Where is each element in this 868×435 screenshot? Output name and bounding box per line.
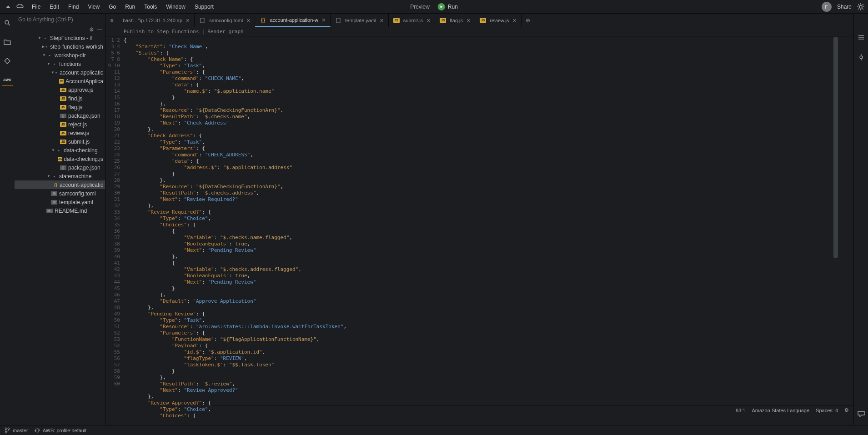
menu-run[interactable]: Run [120, 2, 140, 12]
collapse-icon[interactable] [4, 2, 13, 11]
tree-item[interactable]: {}package.json [15, 111, 105, 120]
js-icon: JS [60, 140, 66, 144]
aws-profile[interactable]: AWS: profile:default [35, 428, 87, 433]
menu-go[interactable]: Go [104, 2, 120, 12]
tab[interactable]: JSsubmit.js× [389, 14, 436, 27]
tree-item-label: data-checking [64, 147, 98, 154]
tab-label: template.yaml [345, 18, 376, 23]
publish-button[interactable]: Publish to Step Functions [124, 29, 199, 35]
tree-root[interactable]: ▼▪StepFunctions - /l [15, 34, 105, 42]
vertical-scrollbar[interactable] [833, 37, 838, 405]
svg-rect-14 [336, 18, 340, 23]
tab[interactable]: template.yaml× [331, 14, 389, 27]
search-icon[interactable] [2, 17, 13, 28]
debug-icon[interactable] [856, 52, 867, 63]
close-icon[interactable]: × [380, 17, 384, 24]
folder-icon: ▪ [45, 44, 48, 50]
indentation[interactable]: Spaces: 4 [816, 408, 838, 413]
render-graph-button[interactable]: Render graph [207, 29, 243, 35]
folder-icon: ▪ [42, 35, 48, 41]
code-content[interactable]: { "StartAt": "Check Name", "States": { "… [124, 36, 853, 425]
file-tree: ▼▪StepFunctions - /l▶▪step-functions-wor… [15, 34, 105, 425]
file-icon [199, 18, 206, 23]
menu-file[interactable]: File [27, 2, 45, 12]
tree-item-label: submit.js [68, 139, 90, 145]
svg-rect-13 [201, 18, 204, 23]
tree-item[interactable]: JSAccountApplica [15, 77, 105, 85]
tab-list-icon[interactable]: ≡ [105, 14, 118, 27]
tab[interactable]: {}account-application-w× [255, 14, 331, 27]
tree-item[interactable]: {}package.json [15, 163, 105, 172]
tree-item-label: data-checking.js [64, 156, 103, 162]
chat-icon[interactable] [856, 409, 867, 420]
tree-item[interactable]: JSdata-checking.js [15, 155, 105, 163]
code-editor[interactable]: 1 2 3 4 5 6 7 8 9 10 11 12 13 14 15 16 1… [105, 36, 853, 425]
svg-point-22 [8, 428, 10, 430]
menu-tools[interactable]: Tools [140, 2, 161, 12]
close-icon[interactable]: × [426, 17, 430, 24]
sidebar: ⚙ ― ▼▪StepFunctions - /l▶▪step-functions… [15, 14, 105, 425]
svg-marker-0 [6, 5, 10, 8]
menu-view[interactable]: View [83, 2, 104, 12]
gear-icon[interactable]: ⚙ [89, 26, 94, 33]
tree-item-label: AccountApplica [65, 78, 103, 85]
outline-icon[interactable] [856, 32, 867, 43]
source-control-icon[interactable] [2, 55, 13, 66]
tree-item[interactable]: JSapprove.js [15, 85, 105, 94]
menu-edit[interactable]: Edit [45, 2, 64, 12]
menu-find[interactable]: Find [64, 2, 83, 12]
run-label: Run [448, 4, 458, 10]
tab[interactable]: samconfig.toml× [195, 14, 255, 27]
git-branch[interactable]: master [5, 427, 28, 434]
tree-item-label: package.json [68, 113, 100, 119]
tree-item[interactable]: M↓README.md [15, 206, 105, 215]
tree-item[interactable]: ▤samconfig.toml [15, 189, 105, 198]
run-button[interactable]: Run [438, 3, 458, 10]
folder-icon: ▪ [51, 173, 57, 180]
tree-item[interactable]: ▼▪statemachine [15, 172, 105, 180]
cloud-sync-icon[interactable] [15, 2, 25, 11]
menu-support[interactable]: Support [190, 2, 218, 12]
close-icon[interactable]: × [246, 17, 250, 24]
gear-icon[interactable] [857, 3, 864, 10]
close-icon[interactable]: × [322, 16, 326, 24]
branch-icon [5, 427, 10, 434]
tab[interactable]: JSflag.js× [435, 14, 475, 27]
yaml-icon: ▤ [51, 200, 57, 205]
js-icon: JS [58, 157, 62, 161]
tree-item[interactable]: JSfind.js [15, 94, 105, 103]
folder-icon[interactable] [2, 36, 13, 47]
menu-window[interactable]: Window [161, 2, 190, 12]
close-icon[interactable]: × [186, 17, 190, 24]
tree-item[interactable]: JSflag.js [15, 103, 105, 111]
avatar[interactable]: F [822, 2, 832, 12]
tree-item[interactable]: ▼▪data-checking [15, 146, 105, 155]
language-mode[interactable]: Amazon States Language [752, 408, 809, 413]
tree-item[interactable]: JSsubmit.js [15, 137, 105, 146]
js-icon: JS [60, 122, 66, 127]
cursor-position[interactable]: 83:1 [736, 408, 745, 413]
tree-item[interactable]: ▼▪functions [15, 60, 105, 68]
tree-item[interactable]: ▶▪step-functions-worksh [15, 42, 105, 51]
tree-item[interactable]: ▤template.yaml [15, 198, 105, 206]
preview-button[interactable]: Preview [410, 4, 430, 10]
tree-item[interactable]: JSreview.js [15, 129, 105, 137]
close-icon[interactable]: × [467, 17, 470, 24]
tree-item-label: step-functions-worksh [50, 44, 103, 50]
gear-icon[interactable]: ⚙ [844, 407, 849, 413]
tab-label: account-application-w [270, 17, 318, 23]
svg-point-18 [860, 56, 863, 59]
tree-item[interactable]: JSreject.js [15, 120, 105, 129]
tree-item-label: review.js [68, 130, 89, 136]
new-tab-button[interactable]: ⊕ [522, 14, 534, 27]
tree-item[interactable]: ▼▪workshop-dir [15, 51, 105, 60]
tab[interactable]: bash - "ip-172-31-1-240.ap× [118, 14, 195, 27]
close-icon[interactable]: × [512, 17, 516, 24]
share-button[interactable]: Share [837, 4, 852, 10]
collapse-tree-icon[interactable]: ― [97, 26, 102, 33]
tree-item[interactable]: ▼▪account-applicatic [15, 68, 105, 77]
aws-icon[interactable]: aws [2, 75, 13, 85]
tree-item[interactable]: {}account-applicatic [15, 180, 105, 189]
goto-anything-input[interactable] [18, 16, 101, 23]
tab[interactable]: JSreview.js× [475, 14, 521, 27]
